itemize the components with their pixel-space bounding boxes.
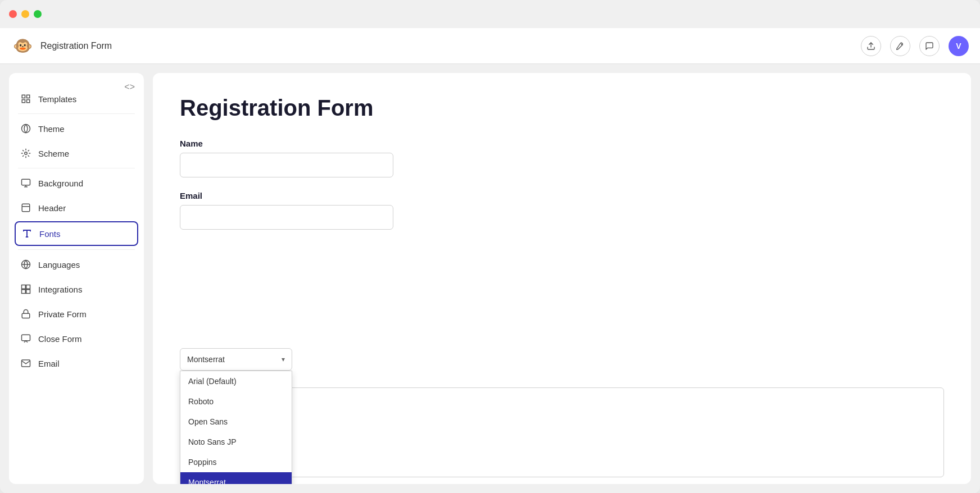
- integrations-icon: [20, 284, 31, 295]
- email-label: Email: [38, 359, 60, 368]
- sidebar-item-background[interactable]: Background: [9, 171, 144, 195]
- fonts-icon: [21, 228, 33, 239]
- svg-point-6: [25, 152, 28, 155]
- font-dropdown-list: Arial (Default) Roboto Open Sans Noto Sa…: [180, 371, 292, 484]
- font-option-noto-sans-jp[interactable]: Noto Sans JP: [180, 432, 292, 452]
- scheme-label: Scheme: [38, 149, 69, 158]
- sidebar-item-header[interactable]: Header: [9, 195, 144, 220]
- svg-rect-20: [22, 313, 30, 318]
- svg-rect-7: [22, 179, 30, 185]
- sidebar-nav: Templates Theme: [9, 82, 144, 380]
- font-dropdown-container: Montserrat ▾ Arial (Default) Roboto Open…: [180, 348, 292, 484]
- svg-rect-10: [22, 204, 30, 212]
- large-textarea-area[interactable]: [180, 387, 944, 477]
- templates-icon: [20, 93, 31, 104]
- font-option-roboto[interactable]: Roboto: [180, 391, 292, 412]
- email-label: Email: [180, 191, 944, 200]
- languages-label: Languages: [38, 260, 80, 270]
- maximize-button[interactable]: [34, 10, 42, 18]
- email-field: Email: [180, 191, 944, 230]
- user-avatar[interactable]: V: [949, 36, 969, 56]
- chevron-down-icon: ▾: [282, 355, 285, 363]
- svg-rect-3: [22, 100, 25, 103]
- fonts-label: Fonts: [39, 229, 61, 239]
- theme-icon: [20, 123, 31, 134]
- sidebar-item-email[interactable]: Email: [9, 351, 144, 376]
- upload-button[interactable]: [861, 36, 881, 56]
- form-title: Registration Form: [180, 95, 944, 121]
- svg-rect-18: [26, 290, 30, 294]
- svg-rect-2: [27, 95, 30, 98]
- rocket-button[interactable]: [890, 36, 910, 56]
- name-input[interactable]: [180, 153, 393, 177]
- integrations-label: Integrations: [38, 285, 82, 294]
- background-icon: [20, 177, 31, 189]
- minimize-button[interactable]: [21, 10, 29, 18]
- name-label: Name: [180, 139, 944, 148]
- title-bar: [0, 0, 980, 28]
- header-label: Header: [38, 203, 66, 213]
- sidebar-item-fonts[interactable]: Fonts: [15, 221, 138, 246]
- font-option-poppins[interactable]: Poppins: [180, 452, 292, 472]
- svg-rect-21: [22, 335, 30, 341]
- divider-2: [18, 168, 135, 168]
- languages-icon: [20, 259, 31, 270]
- chat-button[interactable]: [919, 36, 940, 56]
- header-icon: [20, 202, 31, 213]
- email-icon: [20, 358, 31, 369]
- font-option-montserrat[interactable]: Montserrat: [180, 472, 292, 484]
- close-button[interactable]: [9, 10, 17, 18]
- sidebar-toggle-icon[interactable]: <>: [124, 82, 135, 92]
- font-select-trigger[interactable]: Montserrat ▾: [180, 348, 292, 371]
- form-area: Registration Form Name Email Montserrat …: [153, 73, 971, 484]
- private-form-icon: [20, 308, 31, 319]
- theme-label: Theme: [38, 124, 65, 134]
- sidebar-item-scheme[interactable]: Scheme: [9, 141, 144, 166]
- svg-rect-19: [22, 290, 26, 294]
- private-form-label: Private Form: [38, 309, 87, 319]
- top-nav: 🐵 Registration Form V: [0, 28, 980, 64]
- sidebar-item-close-form[interactable]: Close Form: [9, 326, 144, 351]
- font-option-open-sans[interactable]: Open Sans: [180, 412, 292, 432]
- sidebar: <> Templates: [9, 73, 144, 484]
- templates-label: Templates: [38, 94, 76, 104]
- app-logo: 🐵: [11, 35, 34, 57]
- name-field: Name: [180, 139, 944, 177]
- divider-1: [18, 113, 135, 114]
- font-option-arial[interactable]: Arial (Default): [180, 371, 292, 391]
- sidebar-item-templates[interactable]: Templates: [9, 86, 144, 111]
- sidebar-item-theme[interactable]: Theme: [9, 116, 144, 141]
- svg-rect-4: [27, 100, 30, 103]
- divider-3: [18, 249, 135, 250]
- close-form-label: Close Form: [38, 334, 82, 344]
- sidebar-item-private-form[interactable]: Private Form: [9, 302, 144, 326]
- sidebar-item-languages[interactable]: Languages: [9, 252, 144, 277]
- sidebar-item-integrations[interactable]: Integrations: [9, 277, 144, 302]
- scheme-icon: [20, 148, 31, 159]
- svg-rect-16: [22, 285, 26, 289]
- app-title: Registration Form: [40, 41, 854, 51]
- background-label: Background: [38, 179, 83, 188]
- email-input[interactable]: [180, 205, 393, 230]
- main-content: <> Templates: [0, 64, 980, 493]
- svg-rect-1: [22, 95, 25, 98]
- font-selected-value: Montserrat: [187, 355, 225, 364]
- close-form-icon: [20, 333, 31, 344]
- svg-rect-17: [26, 285, 30, 289]
- traffic-lights: [9, 10, 42, 18]
- nav-actions: V: [861, 36, 969, 56]
- svg-point-5: [22, 125, 30, 133]
- app-container: 🐵 Registration Form V: [0, 28, 980, 493]
